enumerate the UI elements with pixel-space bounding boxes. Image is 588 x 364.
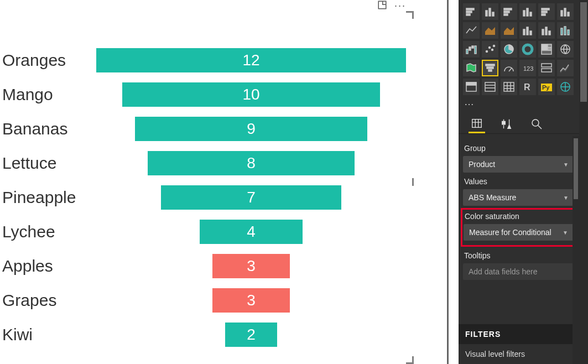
svg-rect-49 [542,69,551,72]
ribbon-viz-icon[interactable] [557,22,574,39]
funnel-row[interactable]: Bananas9 [0,112,414,146]
svg-rect-18 [568,12,569,16]
funnel-row[interactable]: Grapes3 [0,283,414,318]
clustered-bar-viz-icon[interactable] [501,3,517,20]
field-wells: Group Product ▼ ✕ Values ABS Measure ▼ ✕… [459,134,588,324]
svg-text:123: 123 [523,65,533,72]
filters-header[interactable]: FILTERS [459,324,588,344]
format-tabs [459,110,588,134]
gauge-viz-icon[interactable] [501,60,517,76]
scatter-viz-icon[interactable] [482,41,498,58]
gallery-more[interactable]: … [459,95,588,110]
svg-rect-8 [504,11,509,13]
stacked-bar-viz-icon[interactable] [463,3,480,20]
funnel-bar[interactable]: 10 [122,82,381,107]
scrollbar-thumb[interactable] [580,2,587,102]
chevron-down-icon[interactable]: ▼ [563,195,569,201]
stacked-area-viz-icon[interactable] [501,22,517,39]
svg-rect-31 [475,46,476,54]
svg-rect-12 [530,12,532,16]
arcgis-viz-icon[interactable] [557,79,574,95]
tooltips-placeholder[interactable]: Add data fields here [463,263,584,280]
funnel-row[interactable]: Mango10 [0,77,414,112]
pie-viz-icon[interactable] [501,41,517,58]
funnel-row[interactable]: Pineapple7 [0,180,414,215]
svg-rect-23 [545,27,547,35]
svg-rect-1 [466,8,474,10]
slicer-viz-icon[interactable] [463,79,480,95]
funnel-bar[interactable]: 3 [212,288,290,313]
chevron-down-icon[interactable]: ▼ [563,162,569,168]
line-stacked-column-viz-icon[interactable] [519,22,536,39]
svg-rect-58 [472,119,482,127]
funnel-row[interactable]: Lychee4 [0,215,414,249]
bar-wrap: 12 [89,48,414,72]
category-label: Kiwi [0,325,89,344]
category-label: Lettuce [0,154,89,173]
python-visual-viz-icon[interactable]: Py [538,79,555,95]
funnel-bar[interactable]: 12 [96,48,406,72]
svg-rect-29 [469,47,471,50]
clustered-column-viz-icon[interactable] [519,3,536,20]
funnel-bar[interactable]: 2 [225,323,277,347]
group-field-pill[interactable]: Product ▼ ✕ [463,156,584,173]
funnel-bar[interactable]: 3 [212,254,290,278]
svg-rect-13 [542,8,549,10]
filled-map-viz-icon[interactable] [463,60,480,76]
svg-rect-17 [564,8,566,16]
treemap-viz-icon[interactable] [538,41,555,58]
funnel-bar[interactable]: 4 [200,220,303,244]
svg-rect-14 [542,11,547,13]
pane-scrollbar[interactable] [573,136,579,364]
svg-rect-21 [530,31,532,35]
chevron-down-icon[interactable]: ▼ [563,230,568,236]
funnel-viz-icon[interactable] [482,60,498,76]
line-viz-icon[interactable] [463,22,480,39]
funnel-bar[interactable]: 9 [135,117,367,141]
card-viz-icon[interactable]: 123 [519,60,536,76]
svg-rect-59 [502,121,506,124]
svg-rect-5 [489,8,491,16]
well-label-tooltips: Tooltips [464,251,582,260]
funnel-row[interactable]: Lettuce8 [0,146,414,180]
r-visual-viz-icon[interactable]: R [519,79,536,95]
more-options-icon[interactable]: ··· [394,0,406,12]
map-viz-icon[interactable] [557,41,574,58]
selection-corner-br [406,356,414,364]
hundred-column-viz-icon[interactable] [557,3,574,20]
values-field-pill[interactable]: ABS Measure ▼ ✕ [463,189,584,206]
visual-level-filters-label[interactable]: Visual level filters [459,344,588,364]
hundred-bar-viz-icon[interactable] [538,3,555,20]
kpi-viz-icon[interactable] [557,60,574,76]
fields-tab[interactable] [469,115,485,133]
svg-rect-11 [527,8,528,16]
bar-wrap: 7 [89,185,414,210]
pane-divider[interactable] [447,0,449,364]
svg-point-32 [486,51,488,53]
donut-viz-icon[interactable] [519,41,536,58]
category-label: Bananas [0,119,89,138]
analytics-tab[interactable] [528,115,545,133]
matrix-viz-icon[interactable] [501,79,517,95]
waterfall-viz-icon[interactable] [463,41,480,58]
svg-rect-4 [486,11,487,16]
color-saturation-field-pill[interactable]: Measure for Conditional ▼ ✕ [464,224,583,241]
funnel-row[interactable]: Apples3 [0,249,414,283]
funnel-row[interactable]: Oranges12 [0,43,414,77]
focus-mode-icon[interactable] [377,0,387,13]
area-viz-icon[interactable] [482,22,498,39]
stacked-column-viz-icon[interactable] [482,3,498,20]
table-viz-icon[interactable] [482,79,498,95]
multi-card-viz-icon[interactable] [538,60,555,76]
well-label-group: Group [464,144,582,153]
line-clustered-column-viz-icon[interactable] [538,22,555,39]
outer-scrollbar[interactable] [579,0,588,364]
format-tab[interactable] [498,115,515,133]
funnel-bar[interactable]: 8 [148,151,354,175]
funnel-visual[interactable]: ··· Oranges12Mango10Bananas9Lettuce8Pine… [0,0,414,364]
svg-rect-28 [466,49,468,54]
svg-rect-24 [549,31,550,35]
funnel-bar[interactable]: 7 [161,185,342,210]
funnel-row[interactable]: Kiwi2 [0,318,414,352]
svg-rect-26 [564,27,566,35]
